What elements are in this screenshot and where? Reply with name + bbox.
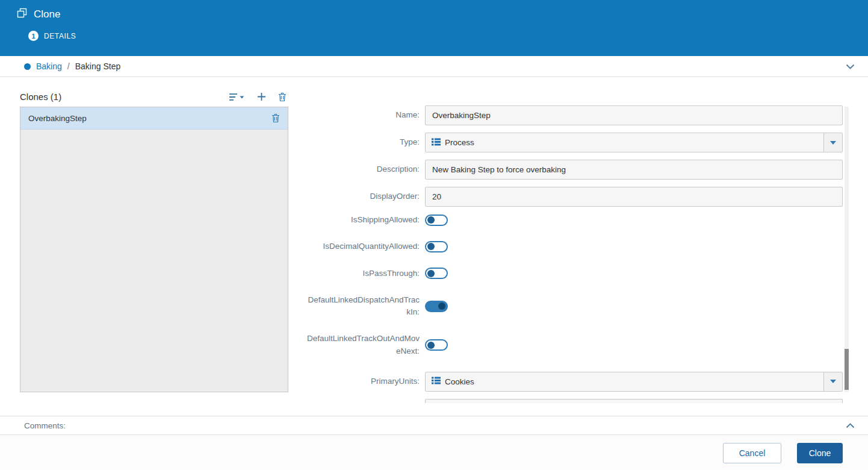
defaultlinkedtrackoutandmovenext-toggle[interactable] <box>425 339 448 351</box>
clone-list: OverbakingStep <box>20 107 288 392</box>
comments-label: Comments: <box>24 421 66 430</box>
displayorder-input[interactable] <box>425 187 843 207</box>
clones-panel: Clones (1) <box>20 87 288 410</box>
field-label: Description: <box>304 163 420 175</box>
name-input[interactable] <box>425 105 843 125</box>
step-label[interactable]: DETAILS <box>44 32 76 40</box>
form-row-displayorder: DisplayOrder: <box>304 187 843 207</box>
form-row-description: Description: <box>304 160 843 180</box>
dropdown-caret-icon[interactable] <box>823 372 842 391</box>
form-row-defaultlinkedtrackoutandmovenext: DefaultLinkedTrackOutAndMoveNext: <box>304 333 843 357</box>
delete-icon[interactable] <box>278 92 287 102</box>
clone-button[interactable]: Clone <box>797 443 843 463</box>
clone-icon <box>17 8 27 21</box>
comments-section: Comments: <box>0 416 868 435</box>
form-row-isdecimalquantityallowed: IsDecimalQuantityAllowed: <box>304 240 843 252</box>
content: Clones (1) <box>0 77 868 410</box>
footer: Cancel Clone <box>0 436 868 470</box>
breadcrumb: Baking / Baking Step <box>0 56 868 77</box>
field-label: Type: <box>304 136 420 148</box>
form-row-type: Type: Process <box>304 133 843 152</box>
type-value: Process <box>445 138 474 147</box>
field-label: IsPassThrough: <box>304 268 420 280</box>
primaryunits-dropdown[interactable]: Cookies <box>425 372 843 392</box>
list-item[interactable]: OverbakingStep <box>20 107 288 130</box>
entity-dot-icon <box>24 63 31 70</box>
breadcrumb-current: Baking Step <box>75 61 121 71</box>
form-row-partial <box>304 399 843 403</box>
field-label: IsDecimalQuantityAllowed: <box>304 240 420 252</box>
entity-icon <box>432 138 441 148</box>
entity-icon <box>432 377 441 386</box>
type-dropdown[interactable]: Process <box>425 133 843 152</box>
wizard-steps: 1 DETAILS <box>0 21 868 41</box>
field-label: DefaultLinkedDispatchAndTrackIn: <box>304 294 420 319</box>
clone-form: Name: Type: Process <box>288 87 843 410</box>
form-scrollbar[interactable] <box>845 107 849 392</box>
form-row-primaryunits: PrimaryUnits: Cookies <box>304 372 843 392</box>
comments-collapse-chevron-icon[interactable] <box>846 423 855 428</box>
clone-dialog: Clone 1 DETAILS Baking / Baking Step Clo… <box>0 0 868 470</box>
step-number-badge: 1 <box>28 31 39 41</box>
field-label: DefaultLinkedTrackOutAndMoveNext: <box>304 333 420 357</box>
field-label: Name: <box>304 109 420 121</box>
partial-next-field <box>425 399 843 403</box>
isshippingallowed-toggle[interactable] <box>425 215 448 226</box>
add-icon[interactable] <box>257 92 266 101</box>
page-title: Clone <box>34 8 60 20</box>
clones-panel-title: Clones (1) <box>20 92 61 102</box>
filter-icon[interactable] <box>229 93 245 101</box>
breadcrumb-parent[interactable]: Baking <box>36 61 62 71</box>
isdecimalquantityallowed-toggle[interactable] <box>425 241 448 252</box>
field-label: PrimaryUnits: <box>304 375 420 387</box>
form-row-name: Name: <box>304 105 843 125</box>
item-delete-icon[interactable] <box>271 113 280 123</box>
breadcrumb-separator: / <box>67 61 70 71</box>
collapse-chevron-icon[interactable] <box>846 64 855 69</box>
cancel-button[interactable]: Cancel <box>723 443 781 463</box>
scrollbar-thumb[interactable] <box>845 349 849 390</box>
header: Clone 1 DETAILS <box>0 0 868 56</box>
form-row-defaultlinkeddispatchandtrackin: DefaultLinkedDispatchAndTrackIn: <box>304 294 843 319</box>
dropdown-caret-icon[interactable] <box>823 133 842 152</box>
ispassthrough-toggle[interactable] <box>425 268 448 279</box>
field-label: DisplayOrder: <box>304 190 420 202</box>
field-label: IsShippingAllowed: <box>304 214 420 226</box>
primaryunits-value: Cookies <box>445 377 474 386</box>
description-input[interactable] <box>425 160 843 180</box>
clone-item-name: OverbakingStep <box>28 114 87 123</box>
defaultlinkeddispatchandtrackin-toggle[interactable] <box>425 301 448 312</box>
form-row-ispassthrough: IsPassThrough: <box>304 268 843 280</box>
form-row-isshippingallowed: IsShippingAllowed: <box>304 214 843 226</box>
